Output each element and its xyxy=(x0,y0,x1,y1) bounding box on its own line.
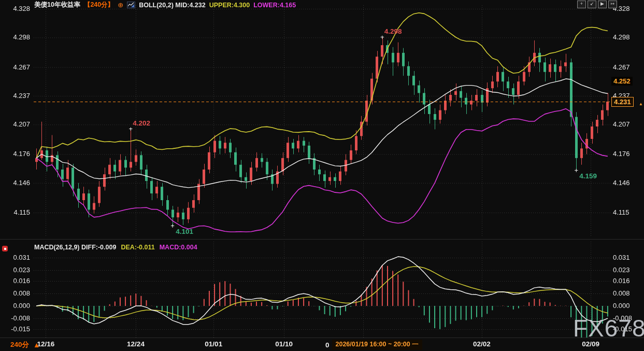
annotation-marker: + xyxy=(128,125,133,133)
price-pointer-icon: ▲ xyxy=(639,102,643,106)
add-indicator-icon[interactable]: ⊕ xyxy=(118,1,123,9)
macd-axis-label: 0.008 xyxy=(613,289,630,298)
axis-divider xyxy=(0,338,644,338)
macd-axis-label: -0.015 xyxy=(0,325,30,333)
price-axis-label: 4.207 xyxy=(613,120,630,129)
annotation-marker: + xyxy=(170,222,175,230)
macd-axis-label: 0.023 xyxy=(613,266,630,274)
autoplay-icon[interactable]: ▶ xyxy=(598,1,607,8)
indicator-chart-icon[interactable] xyxy=(127,2,135,8)
tooltip-text: 2026/01/19 16:00 ~ 20:00 一 xyxy=(332,340,422,350)
live-indicator-icon xyxy=(2,246,8,251)
macd-axis-label: 0.000 xyxy=(613,302,630,310)
price-axis-label: 4.176 xyxy=(0,150,30,158)
price-axis-label: 4.267 xyxy=(0,63,30,72)
macd-axis-label: 0.000 xyxy=(0,302,30,310)
price-axis-label: 4.267 xyxy=(613,63,630,72)
boll-upper-label: UPPER:4.300 xyxy=(209,2,250,9)
period-dropdown-icon: ▲ xyxy=(33,341,40,349)
period-selector[interactable]: 240分 ▲ xyxy=(10,340,40,349)
macd-diff-label: MACD(26,12,9) DIFF:-0.009 xyxy=(34,244,116,251)
macd-axis-label: 0.031 xyxy=(0,254,30,262)
macd-axis-label: 0.031 xyxy=(613,254,630,262)
macd-axis-label: 0.023 xyxy=(0,266,30,274)
price-annotation: 4.298 xyxy=(384,27,402,35)
panel-divider xyxy=(0,239,644,240)
macd-header: MACD(26,12,9) DIFF:-0.009 DEA:-0.011 MAC… xyxy=(34,244,197,251)
go-to-latest-icon[interactable]: ↦ xyxy=(608,1,617,8)
annotation-marker: + xyxy=(380,34,384,41)
price-axis-label: 4.328 xyxy=(0,5,30,13)
annotation-marker: + xyxy=(574,166,578,174)
price-annotation: 4.101 xyxy=(176,228,193,235)
chart-toolbar: +↙▶↦ xyxy=(577,1,617,8)
period-tag: 【240分】 xyxy=(84,1,114,9)
macd-axis-label: 0.016 xyxy=(0,277,30,285)
macd-axis-label: -0.008 xyxy=(0,314,30,322)
chart-header: 美债10年收益率 【240分】 ⊕ BOLL(20,2) MID:4.232 U… xyxy=(34,1,296,9)
date-axis-label: 02/02 xyxy=(473,340,491,348)
macd-axis-label: 0.008 xyxy=(0,289,30,298)
move-crosshair-icon[interactable]: + xyxy=(577,1,586,8)
price-axis-label: 4.146 xyxy=(0,179,30,187)
watermark: FX678 xyxy=(573,314,644,342)
price-axis-label: 4.237 xyxy=(0,92,30,100)
price-axis-label: 4.176 xyxy=(613,150,630,158)
chart-window: 美债10年收益率 【240分】 ⊕ BOLL(20,2) MID:4.232 U… xyxy=(0,0,644,351)
price-chart-canvas[interactable] xyxy=(0,0,644,351)
date-axis-label: 01/01 xyxy=(205,340,222,348)
macd-macd-label: MACD:0.004 xyxy=(160,244,197,251)
macd-axis-label: 0.016 xyxy=(613,277,630,285)
hover-date-tooltip: 0 2026/01/19 16:00 ~ 20:00 一 xyxy=(325,340,422,350)
zoom-fit-icon[interactable]: ↙ xyxy=(588,1,596,8)
price-axis-label: 4.146 xyxy=(613,179,630,187)
price-axis-label: 4.207 xyxy=(0,120,30,129)
macd-dea-label: DEA:-0.011 xyxy=(121,244,154,251)
period-label: 240分 xyxy=(10,340,29,349)
price-axis-label: 4.298 xyxy=(0,33,30,41)
price-axis-label: 4.298 xyxy=(613,33,630,41)
price-axis-label: 4.115 xyxy=(613,208,629,217)
date-axis-label: 12/24 xyxy=(127,340,145,348)
price-annotation: 4.159 xyxy=(579,172,597,180)
price-axis-label: 4.115 xyxy=(0,208,30,217)
boll-lower-label: LOWER:4.165 xyxy=(253,2,296,9)
price-badge-4.231: 4.231 xyxy=(611,97,634,107)
price-annotation: 4.202 xyxy=(133,119,150,127)
date-axis-label: 01/10 xyxy=(275,340,293,348)
price-badge-4.252: 4.252 xyxy=(611,77,633,86)
boll-mid-label: BOLL(20,2) MID:4.232 xyxy=(139,2,206,9)
axis-partial-label: 0 xyxy=(325,341,330,349)
symbol-title: 美债10年收益率 xyxy=(34,1,80,9)
